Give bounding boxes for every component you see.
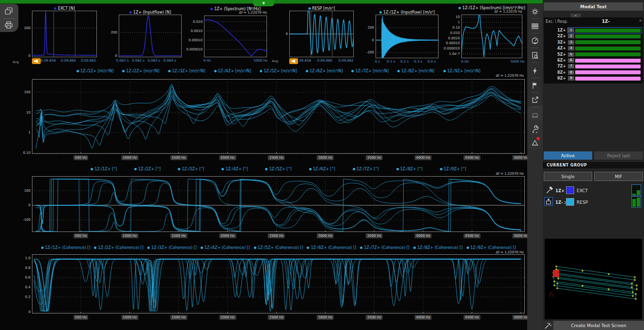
x-axis-tick: 0:09.858 <box>296 59 311 63</box>
audio-replay-button[interactable] <box>289 58 298 64</box>
series-dot-icon <box>360 247 362 249</box>
mif-button[interactable]: MIF <box>594 172 643 181</box>
legend-item-label: 1Z-/1Z+ (Coherence) [] <box>45 246 91 250</box>
legend-item[interactable]: 1Z-/5Z+ [°] <box>265 167 291 171</box>
legend-item[interactable]: 1Z-/3Z+ [°] <box>178 167 204 171</box>
legend-item[interactable]: 1Z-/6Z+ [°] <box>309 167 335 171</box>
mini-chart-title-text: EXCT [N] <box>58 6 75 11</box>
matrix-row[interactable]: 8 <box>568 70 642 75</box>
vehicle-setup-button[interactable] <box>529 109 541 120</box>
toolbar-divider <box>532 33 539 33</box>
trigger-button[interactable] <box>529 65 541 77</box>
measure-mode-button[interactable] <box>529 35 541 47</box>
legend-item[interactable]: 1Z-/8Z+ (Coherence) [] <box>413 246 463 250</box>
legend-item[interactable]: 1Z-/3Z+ [m/s²/N] <box>168 69 205 73</box>
matrix-row[interactable]: 9 <box>568 76 642 81</box>
settings-button[interactable] <box>529 6 541 17</box>
matrix-close-icon[interactable]: × <box>639 18 643 23</box>
setup-tools-button[interactable] <box>529 123 541 135</box>
x-axis-tick: 3500 Hz <box>366 233 383 238</box>
legend-item[interactable]: 1Z-/7Z+ (Coherence) [] <box>360 246 409 250</box>
legend-item[interactable]: 1Z-/1Z+ [°] <box>91 167 117 171</box>
legend-item[interactable]: 1Z-/1Z+ [m/s²/N] <box>77 69 114 73</box>
legend-item[interactable]: 1Z-/5Z+ [m/s²/N] <box>260 69 297 73</box>
panel-collapse-tab[interactable]: ▾ <box>570 14 581 17</box>
y-axis-tick: 0.2 <box>25 295 31 299</box>
series-dot-icon <box>306 70 308 72</box>
legend-item-label: 1Z-/8Z+ [m/s²/N] <box>401 69 435 73</box>
settings-icon <box>531 8 539 16</box>
legend-item[interactable]: 1Z-/9Z+ [°] <box>440 167 466 171</box>
legend-item-label: 1Z-/9Z+ [°] <box>444 167 466 171</box>
reject-last-button[interactable]: Reject last <box>594 151 643 160</box>
legend-item[interactable]: 1Z-/1Z+ (Coherence) [] <box>41 246 91 250</box>
y-axis-tick: 0.10 <box>452 26 460 30</box>
legend-item[interactable]: 1Z-/9Z+ (Coherence) [] <box>467 246 516 250</box>
topbar-expand-tab[interactable]: ▼ <box>253 0 274 6</box>
flag-icon <box>531 82 539 89</box>
matrix-row-bar <box>575 77 641 81</box>
series-dot-icon <box>210 8 213 10</box>
legend-item[interactable]: 1Z-/3Z+ (Coherence) [] <box>147 246 197 250</box>
matrix-row[interactable]: 5 <box>568 52 642 57</box>
x-axis-tick: 0:09.862 <box>338 59 353 63</box>
delta-f-label: Δf = 1.22070 Hz <box>239 11 267 15</box>
flag-button[interactable] <box>529 80 541 91</box>
y-axis-tick: 0 <box>372 38 374 42</box>
matrix-corner-label: Exc. \ Resp. <box>546 19 568 24</box>
setup-tools-icon <box>531 125 539 133</box>
matrix-row[interactable]: 3 <box>568 40 642 45</box>
legend-item[interactable]: 1Z-/5Z+ (Coherence) [] <box>254 246 303 250</box>
matrix-row-number: 9 <box>568 76 574 81</box>
x-axis-tick: 2500 Hz <box>268 315 285 320</box>
print-button[interactable] <box>3 20 15 31</box>
legend-item[interactable]: 1Z-/2Z+ [m/s²/N] <box>122 69 159 73</box>
x-axis-tick: 500 Hz <box>74 233 89 238</box>
legend-item[interactable]: 1Z-/4Z+ [°] <box>221 167 248 171</box>
legend-item[interactable]: 1Z-/2Z+ (Coherence) [] <box>94 246 143 250</box>
response-node-label: 1Z- : <box>555 200 566 205</box>
y-axis-tick: 0.00010 <box>446 41 460 45</box>
alarms-button[interactable] <box>529 137 541 148</box>
audio-replay-button[interactable] <box>32 58 41 64</box>
geometry-3d-view[interactable] <box>545 239 642 319</box>
legend-item[interactable]: 1Z-/4Z+ (Coherence) [] <box>201 246 250 250</box>
legend-item-label: 1Z-/5Z+ (Coherence) [] <box>258 246 303 250</box>
series-dot-icon <box>129 11 132 14</box>
legend-item-label: 1Z-/4Z+ (Coherence) [] <box>204 246 250 250</box>
x-axis-tick: 500 Hz <box>74 315 89 320</box>
matrix-row[interactable]: 6 <box>568 58 642 63</box>
legend-item[interactable]: 1Z-/6Z+ (Coherence) [] <box>307 246 356 250</box>
series-dot-icon <box>201 247 203 249</box>
legend-item[interactable]: 1Z-/7Z+ [°] <box>353 167 379 171</box>
meter-cell <box>632 194 636 195</box>
legend-item-label: 1Z-/8Z+ (Coherence) [] <box>417 246 463 250</box>
legend-item[interactable]: 1Z-/4Z+ [m/s²/N] <box>214 69 251 73</box>
matrix-row-bar <box>575 70 641 74</box>
screen-preview-button[interactable] <box>529 50 541 61</box>
single-button[interactable]: Single <box>544 172 592 181</box>
legend-item[interactable]: 1Z-/7Z+ [m/s²/N] <box>351 69 389 73</box>
legend-item[interactable]: 1Z-/8Z+ [m/s²/N] <box>397 69 435 73</box>
legend-item-label: 1Z-/1Z+ [°] <box>94 167 117 171</box>
x-axis-tick: 0.1 s <box>387 60 395 64</box>
channel-list-button[interactable] <box>529 20 541 32</box>
copy-display-button[interactable] <box>3 6 15 16</box>
matrix-row[interactable]: 4 <box>568 46 642 51</box>
create-modal-test-screen-button[interactable]: Create Modal Test Screen <box>553 321 644 330</box>
y-axis-tick: 0.10 <box>23 151 31 155</box>
x-axis-tick: 0 Hz <box>461 60 469 64</box>
matrix-row[interactable]: 2 <box>568 33 642 39</box>
export-button[interactable] <box>529 94 541 106</box>
response-sensor-button[interactable] <box>544 197 553 206</box>
active-button[interactable]: Active <box>544 151 592 160</box>
legend-item[interactable]: 1Z-/2Z+ [°] <box>134 167 160 171</box>
matrix-row[interactable]: 7 <box>568 64 642 69</box>
matrix-row-label: 8Z+ <box>548 70 566 75</box>
matrix-row[interactable]: 1 <box>568 28 642 33</box>
legend-item[interactable]: 1Z-/6Z+ [m/s²/N] <box>306 69 343 73</box>
legend-item[interactable]: 1Z-/8Z+ [°] <box>396 167 423 171</box>
app-window: ▼AvgEXCT [N]20000:09.8580:09.8600:09.862… <box>0 0 644 330</box>
series-dot-icon <box>379 11 382 14</box>
legend-item[interactable]: 1Z-/9Z+ [m/s²/N] <box>443 69 481 73</box>
